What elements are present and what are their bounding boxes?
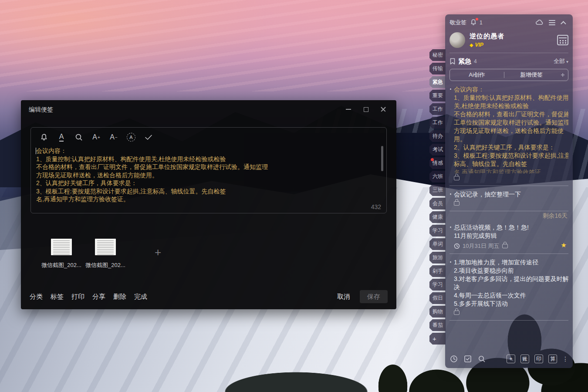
tab-important[interactable]: 重要 (429, 90, 446, 101)
note-line: 用。 (454, 135, 568, 143)
bookmark-icon (449, 58, 456, 65)
print-box-button[interactable]: 印 (534, 355, 543, 363)
add-category-tab[interactable]: + (429, 333, 446, 345)
cancel-button[interactable]: 取消 (337, 293, 350, 301)
filter-dropdown[interactable]: 全部 ▾ (554, 57, 568, 65)
editor-scrollbar[interactable] (381, 146, 383, 171)
maximize-button[interactable] (357, 104, 375, 115)
note-line: 2、认真把好关键工序，具体要求是： (454, 143, 568, 152)
close-button[interactable] (375, 104, 392, 115)
collapse-icon[interactable] (560, 19, 568, 27)
note-meta: 10月31日 周五 (454, 242, 568, 250)
save-button[interactable]: 保存 (360, 290, 388, 303)
quick-add-icon[interactable] (558, 69, 568, 81)
note-line: 决 (454, 283, 568, 291)
calendar-icon[interactable] (557, 35, 568, 45)
tab-holiday[interactable]: 假日 (429, 292, 446, 304)
note-text-line: 3、模板工程:要按规范和设计要求起拱,注意标高、轴线位置。先自检签 (36, 187, 378, 196)
tab-class-three[interactable]: 三班 (429, 184, 446, 196)
time-history-icon[interactable] (449, 355, 458, 363)
note-editor[interactable]: A A+ A− A 会议内容： (30, 127, 387, 213)
notes-list: 会议内容： 1、质量控制:认真把好原材料、构配件使用 关,杜绝使用未经检验或检验… (449, 84, 568, 351)
reminder-bell-icon[interactable] (39, 132, 49, 142)
star-icon[interactable]: ★ (561, 241, 567, 249)
tab-tomato[interactable]: 番茄 (429, 319, 446, 331)
note-text-line: 名,再通知甲方和监理方验收签证。 (36, 195, 378, 203)
calc-button[interactable]: 算 (548, 355, 557, 363)
filter-label: 全部 (554, 57, 565, 65)
cloud-sync-icon[interactable] (535, 19, 544, 27)
done-check-icon[interactable] (143, 132, 154, 142)
lock-icon (502, 244, 508, 248)
todo-checkbox-icon[interactable] (463, 355, 472, 363)
print-button[interactable]: 打印 (71, 293, 84, 301)
note-item-plan[interactable]: 1.增加地推力度，增加宣传途径 2.项目收益要稳步向前 3.对老客户多多回访，提… (449, 257, 568, 321)
note-line: 1.增加地推力度，增加宣传途径 (454, 258, 568, 267)
tab-member[interactable]: 会员 (429, 198, 446, 210)
font-increase-icon[interactable]: A+ (91, 132, 101, 142)
attachment-thumbnail (51, 239, 72, 255)
note-item-video[interactable]: 剩余16天 总店活动视频，急！急！急! 11月前完成剪辑 10月31日 周五 ★ (449, 223, 568, 254)
tab-transfer[interactable]: 传输 (429, 63, 446, 74)
add-box-button[interactable]: + (507, 355, 515, 363)
note-line: 5.多多开展线下活动 (454, 300, 568, 308)
tab-work-2[interactable]: 工作 (429, 117, 446, 128)
tab-purchase[interactable]: 购物 (429, 306, 446, 318)
notification-bell-icon[interactable] (470, 19, 478, 27)
add-attachment-button[interactable]: + (155, 247, 161, 258)
note-line: 1、质量控制:认真把好原材料、构配件使用 (454, 94, 568, 102)
classify-button[interactable]: 分类 (30, 293, 43, 301)
complete-button[interactable]: 完成 (134, 293, 147, 301)
tab-class-six[interactable]: 六班 (429, 171, 446, 182)
tab-travel[interactable]: 旅游 (429, 252, 446, 264)
attachments-row: 微信截图_202... 微信截图_202... + (41, 239, 161, 269)
wallpaper-rocks (183, 362, 409, 392)
avatar[interactable] (449, 32, 465, 48)
share-button[interactable]: 分享 (92, 293, 105, 301)
lock-icon (454, 201, 460, 206)
attachment-item[interactable]: 微信截图_202... (84, 239, 126, 269)
note-text[interactable]: 会议内容： 1、质量控制:认真把好原材料、构配件使用关,杜绝使用未经检验或检验 … (36, 147, 378, 203)
diamond-icon: ◆ (470, 43, 473, 47)
sidebar-toolbar: + 账 印 算 ⋮ (449, 351, 568, 365)
search-icon[interactable] (477, 355, 486, 363)
note-line: 工单位按国家规定取样进行试验。通知监理 (454, 118, 568, 127)
note-date: 10月31日 周五 (463, 242, 500, 250)
tab-todo[interactable]: 待办 (429, 130, 446, 142)
tab-study-1[interactable]: 学习 (429, 225, 446, 237)
tag-button[interactable]: 标签 (51, 293, 64, 301)
menu-icon[interactable] (547, 19, 556, 27)
ledger-button[interactable]: 账 (520, 355, 529, 363)
category-tabstrip: 秘密 传输 紧急 重要 工作 工作 待办 考试 情感 六班 三班 会员 健康 学… (429, 49, 446, 346)
unread-dot (431, 158, 434, 161)
sidebar-header: 敬业签 1 (449, 17, 568, 28)
tab-urgent[interactable]: 紧急 (429, 76, 446, 88)
note-line: 3.对老客户多多回访，提出的问题要及时解 (454, 275, 568, 283)
attachment-name: 微信截图_202... (41, 261, 81, 269)
convert-text-icon[interactable]: A (126, 132, 136, 142)
delete-button[interactable]: 删除 (113, 293, 126, 301)
note-item-meeting-content[interactable]: 会议内容： 1、质量控制:认真把好原材料、构配件使用 关,杜绝使用未经检验或检验… (449, 84, 568, 186)
attachment-item[interactable]: 微信截图_202... (41, 239, 82, 269)
tab-health[interactable]: 健康 (429, 211, 446, 223)
font-decrease-icon[interactable]: A− (108, 132, 119, 142)
new-note-button[interactable]: 新增便签 (504, 69, 558, 81)
notes-sidebar: 敬业签 1 逆位的愚者 ◆ VIP (445, 14, 573, 368)
note-line: 名,再通知甲方和监理方验收签证 (454, 168, 568, 173)
tab-exam[interactable]: 考试 (429, 144, 446, 155)
tab-words[interactable]: 单词 (429, 238, 446, 250)
tab-work-1[interactable]: 工作 (429, 103, 446, 115)
tab-shopping-spree[interactable]: 剁手 (429, 265, 446, 277)
note-item-meeting-record[interactable]: 会议记录，抽空整理一下 (449, 189, 568, 211)
note-text-line: 方现场见证取样送检，送检合格后方能使用。 (36, 171, 378, 179)
tab-secret[interactable]: 秘密 (429, 49, 446, 61)
tab-study-2[interactable]: 学习 (429, 279, 446, 291)
minimize-button[interactable] (340, 104, 357, 115)
search-text-icon[interactable] (74, 132, 84, 142)
vip-badge: ◆ VIP (470, 42, 553, 48)
ai-create-button[interactable]: Ai创作 (450, 69, 504, 81)
note-line: 4.每周一去总店领一次文件 (454, 291, 568, 300)
more-options-icon[interactable]: ⋮ (562, 355, 568, 362)
font-color-icon[interactable]: A (56, 132, 67, 142)
note-line: 会议记录，抽空整理一下 (454, 190, 568, 199)
